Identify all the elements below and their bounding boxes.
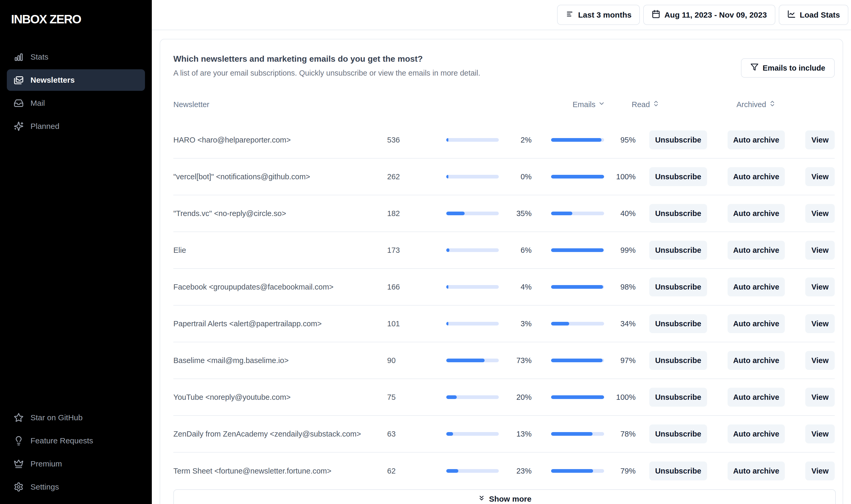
view-button[interactable]: View — [805, 462, 835, 480]
show-more-button[interactable]: Show more — [173, 489, 836, 504]
table-row: "vercel[bot]" <notifications@github.com>… — [173, 159, 835, 195]
sidebar-item-stats[interactable]: Stats — [7, 46, 145, 68]
archived-progress-bar — [551, 395, 604, 399]
archived-progress-fill — [551, 432, 592, 436]
auto-archive-button[interactable]: Auto archive — [728, 462, 785, 480]
auto-archive-button[interactable]: Auto archive — [728, 167, 785, 186]
unsubscribe-button[interactable]: Unsubscribe — [649, 314, 707, 333]
lightbulb-icon — [14, 436, 24, 446]
auto-archive-button[interactable]: Auto archive — [728, 130, 785, 149]
unsubscribe-button[interactable]: Unsubscribe — [649, 425, 707, 443]
read-progress-fill — [446, 322, 448, 325]
archived-percent: 98% — [604, 283, 636, 291]
unsubscribe-button[interactable]: Unsubscribe — [649, 204, 707, 223]
table-row: Papertrail Alerts <alert@papertrailapp.c… — [173, 306, 835, 342]
sidebar-item-label: Newsletters — [31, 76, 75, 85]
read-percent: 35% — [499, 209, 532, 218]
inbox-icon — [14, 98, 24, 108]
archived-progress-fill — [551, 212, 572, 215]
newsletter-mail-icon — [14, 75, 24, 85]
date-preset-button[interactable]: Last 3 months — [557, 5, 640, 25]
view-button[interactable]: View — [805, 314, 835, 333]
read-cell: 3% — [446, 320, 532, 328]
read-progress-bar — [446, 322, 499, 325]
view-button[interactable]: View — [805, 241, 835, 259]
auto-archive-button[interactable]: Auto archive — [728, 425, 785, 443]
unsubscribe-button[interactable]: Unsubscribe — [649, 462, 707, 480]
archived-progress-bar — [551, 138, 604, 142]
archived-progress-fill — [551, 395, 604, 399]
view-button[interactable]: View — [805, 351, 835, 370]
archived-progress-bar — [551, 432, 604, 436]
sidebar-item-label: Mail — [31, 99, 45, 108]
archived-progress-bar — [551, 175, 604, 179]
table-row: HARO <haro@helpareporter.com> 536 2% 95%… — [173, 122, 835, 159]
unsubscribe-button[interactable]: Unsubscribe — [649, 388, 707, 407]
archived-progress-fill — [551, 359, 603, 362]
emails-to-include-button[interactable]: Emails to include — [741, 58, 835, 78]
sidebar-item-star-on-github[interactable]: Star on GitHub — [7, 407, 145, 428]
auto-archive-button[interactable]: Auto archive — [728, 388, 785, 407]
archived-progress-bar — [551, 285, 604, 289]
date-range-button[interactable]: Aug 11, 2023 - Nov 09, 2023 — [643, 5, 775, 25]
archived-progress-bar — [551, 322, 604, 325]
auto-archive-button[interactable]: Auto archive — [728, 314, 785, 333]
app-logo: INBOX ZERO — [11, 12, 145, 26]
date-preset-label: Last 3 months — [578, 11, 632, 19]
read-progress-fill — [446, 395, 457, 399]
archived-cell: 40% — [551, 209, 636, 218]
chevrons-up-down-icon — [652, 100, 659, 109]
column-header-emails[interactable]: Emails — [572, 100, 632, 109]
table-row: Term Sheet <fortune@newsletter.fortune.c… — [173, 453, 835, 489]
table-header: Newsletter Emails Read Archived — [173, 92, 835, 116]
read-cell: 13% — [446, 430, 532, 438]
sparkles-icon — [14, 121, 24, 131]
sidebar-item-mail[interactable]: Mail — [7, 92, 145, 114]
read-progress-fill — [446, 469, 458, 473]
email-count: 63 — [387, 430, 446, 438]
unsubscribe-button[interactable]: Unsubscribe — [649, 130, 707, 149]
read-percent: 0% — [499, 173, 532, 181]
auto-archive-button[interactable]: Auto archive — [728, 277, 785, 296]
archived-percent: 97% — [604, 356, 636, 365]
read-progress-fill — [446, 432, 453, 436]
sidebar-item-settings[interactable]: Settings — [7, 476, 145, 498]
unsubscribe-button[interactable]: Unsubscribe — [649, 241, 707, 259]
view-button[interactable]: View — [805, 388, 835, 407]
read-percent: 23% — [499, 467, 532, 475]
archived-progress-fill — [551, 469, 593, 473]
view-button[interactable]: View — [805, 167, 835, 186]
sidebar-nav: Stats Newsletters Mail Planned — [7, 46, 145, 137]
auto-archive-button[interactable]: Auto archive — [728, 351, 785, 370]
sidebar-item-planned[interactable]: Planned — [7, 115, 145, 137]
view-button[interactable]: View — [805, 130, 835, 149]
unsubscribe-button[interactable]: Unsubscribe — [649, 351, 707, 370]
column-header-read[interactable]: Read — [632, 100, 717, 109]
view-button[interactable]: View — [805, 277, 835, 296]
table-row: ZenDaily from ZenAcademy <zendaily@subst… — [173, 416, 835, 453]
archived-cell: 100% — [551, 393, 636, 402]
auto-archive-button[interactable]: Auto archive — [728, 204, 785, 223]
read-progress-bar — [446, 432, 499, 436]
view-button[interactable]: View — [805, 204, 835, 223]
load-stats-button[interactable]: Load Stats — [779, 5, 848, 25]
sidebar-item-label: Star on GitHub — [31, 413, 83, 422]
sidebar-item-newsletters[interactable]: Newsletters — [7, 69, 145, 91]
newsletter-name: Elie — [173, 246, 387, 255]
view-button[interactable]: View — [805, 425, 835, 443]
auto-archive-button[interactable]: Auto archive — [728, 241, 785, 259]
read-cell: 23% — [446, 467, 532, 475]
archived-progress-fill — [551, 248, 604, 252]
column-header-archived[interactable]: Archived — [737, 100, 821, 109]
read-progress-fill — [446, 248, 449, 252]
sidebar-item-feature-requests[interactable]: Feature Requests — [7, 430, 145, 451]
column-header-newsletter[interactable]: Newsletter — [173, 100, 572, 109]
sidebar-item-label: Planned — [31, 122, 59, 131]
table-row: Elie 173 6% 99% Unsubscribe Auto archive… — [173, 232, 835, 269]
sidebar-item-premium[interactable]: Premium — [7, 453, 145, 474]
email-count: 182 — [387, 209, 446, 218]
read-cell: 6% — [446, 246, 532, 255]
read-progress-bar — [446, 469, 499, 473]
unsubscribe-button[interactable]: Unsubscribe — [649, 167, 707, 186]
unsubscribe-button[interactable]: Unsubscribe — [649, 277, 707, 296]
